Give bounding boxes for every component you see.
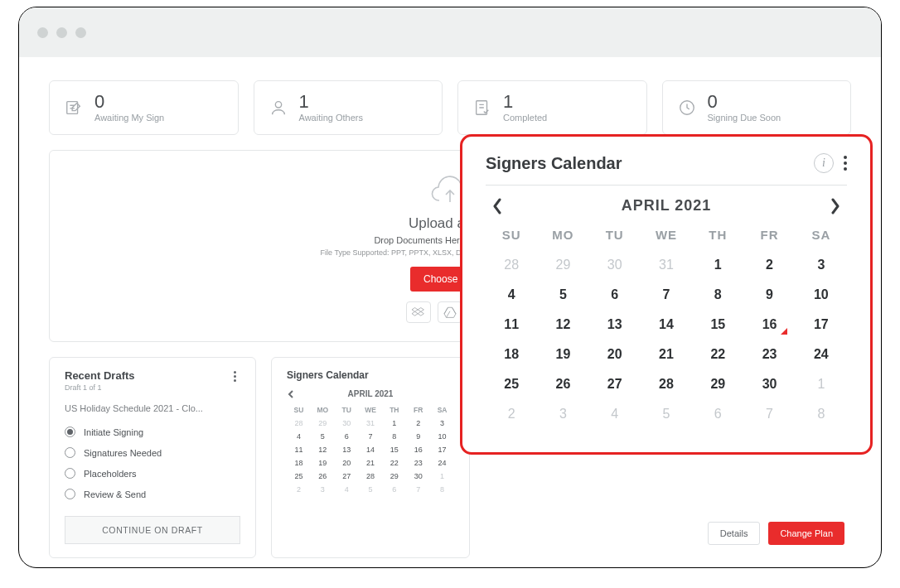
- draft-step[interactable]: Signatures Needed: [65, 442, 240, 463]
- dropbox-button[interactable]: [406, 301, 431, 323]
- calendar-day[interactable]: 7: [641, 280, 692, 310]
- calendar-day[interactable]: 6: [589, 280, 641, 310]
- calendar-day[interactable]: 13: [335, 443, 359, 456]
- calendar-day[interactable]: 29: [692, 369, 743, 399]
- calendar-day[interactable]: 30: [406, 470, 430, 483]
- stat-completed[interactable]: 1 Completed: [457, 80, 647, 135]
- calendar-day[interactable]: 20: [589, 340, 641, 369]
- calendar-day[interactable]: 10: [796, 280, 847, 310]
- calendar-day[interactable]: 28: [359, 470, 383, 483]
- calendar-day[interactable]: 1: [796, 369, 847, 399]
- calendar-day[interactable]: 28: [641, 369, 692, 399]
- calendar-day[interactable]: 14: [359, 443, 383, 456]
- calendar-prev-button[interactable]: [491, 198, 504, 214]
- calendar-day[interactable]: 5: [537, 280, 588, 310]
- calendar-day[interactable]: 28: [486, 250, 537, 280]
- calendar-day[interactable]: 22: [692, 340, 743, 369]
- draft-step[interactable]: Placeholders: [65, 463, 240, 484]
- calendar-day[interactable]: 4: [287, 430, 311, 443]
- calendar-day[interactable]: 20: [335, 456, 359, 470]
- calendar-day[interactable]: 1: [382, 417, 406, 430]
- calendar-day[interactable]: 29: [382, 470, 406, 483]
- calendar-day[interactable]: 9: [406, 430, 430, 443]
- calendar-day[interactable]: 23: [406, 456, 430, 470]
- calendar-day[interactable]: 26: [311, 470, 335, 483]
- calendar-day[interactable]: 1: [430, 470, 454, 483]
- calendar-day[interactable]: 21: [641, 340, 692, 369]
- calendar-menu-button[interactable]: [844, 156, 847, 171]
- calendar-day[interactable]: 6: [335, 430, 359, 443]
- calendar-day[interactable]: 11: [486, 310, 537, 340]
- calendar-day[interactable]: 15: [382, 443, 406, 456]
- calendar-day[interactable]: 13: [589, 310, 641, 340]
- calendar-day[interactable]: 5: [311, 430, 335, 443]
- calendar-day[interactable]: 24: [430, 456, 454, 470]
- calendar-day[interactable]: 4: [335, 483, 359, 496]
- calendar-day[interactable]: 2: [486, 399, 537, 429]
- calendar-day[interactable]: 27: [335, 470, 359, 483]
- calendar-day[interactable]: 17: [430, 443, 454, 456]
- change-plan-button[interactable]: Change Plan: [768, 522, 844, 545]
- calendar-day[interactable]: 27: [589, 369, 641, 399]
- calendar-day[interactable]: 4: [589, 399, 641, 429]
- calendar-day[interactable]: 14: [641, 310, 692, 340]
- small-cal-prev[interactable]: [287, 390, 295, 398]
- draft-step[interactable]: Review & Send: [65, 484, 240, 504]
- calendar-day[interactable]: 11: [287, 443, 311, 456]
- calendar-day[interactable]: 28: [287, 417, 311, 430]
- draft-step[interactable]: Initiate Signing: [65, 422, 240, 442]
- calendar-day[interactable]: 17: [796, 310, 847, 340]
- calendar-day[interactable]: 5: [641, 399, 692, 429]
- calendar-day[interactable]: 2: [743, 250, 795, 280]
- calendar-day[interactable]: 1: [692, 250, 743, 280]
- calendar-day[interactable]: 23: [743, 340, 795, 369]
- calendar-day[interactable]: 3: [430, 417, 454, 430]
- calendar-day[interactable]: 3: [311, 483, 335, 496]
- calendar-day[interactable]: 26: [537, 369, 588, 399]
- calendar-day[interactable]: 12: [311, 443, 335, 456]
- calendar-day[interactable]: 2: [287, 483, 311, 496]
- calendar-day[interactable]: 31: [359, 417, 383, 430]
- calendar-day[interactable]: 6: [382, 483, 406, 496]
- calendar-day[interactable]: 25: [486, 369, 537, 399]
- drafts-menu-button[interactable]: [229, 369, 240, 383]
- calendar-day[interactable]: 19: [537, 340, 588, 369]
- calendar-day[interactable]: 8: [382, 430, 406, 443]
- calendar-day[interactable]: 31: [641, 250, 692, 280]
- stat-signing-due[interactable]: 0 Signing Due Soon: [662, 80, 852, 135]
- calendar-day[interactable]: 30: [589, 250, 641, 280]
- calendar-day[interactable]: 7: [406, 483, 430, 496]
- calendar-next-button[interactable]: [829, 198, 842, 214]
- calendar-day[interactable]: 21: [359, 456, 383, 470]
- calendar-day[interactable]: 7: [743, 399, 795, 429]
- calendar-day[interactable]: 5: [359, 483, 383, 496]
- calendar-day[interactable]: 29: [311, 417, 335, 430]
- calendar-day[interactable]: 10: [430, 430, 454, 443]
- window-control-max[interactable]: [75, 27, 86, 38]
- details-button[interactable]: Details: [708, 522, 761, 545]
- calendar-day[interactable]: 4: [486, 280, 537, 310]
- calendar-day[interactable]: 7: [359, 430, 383, 443]
- info-icon[interactable]: i: [814, 153, 834, 173]
- calendar-day[interactable]: 29: [537, 250, 588, 280]
- calendar-day[interactable]: 19: [311, 456, 335, 470]
- calendar-day[interactable]: 3: [796, 250, 847, 280]
- calendar-day[interactable]: 16: [406, 443, 430, 456]
- calendar-day[interactable]: 9: [743, 280, 795, 310]
- calendar-day[interactable]: 18: [287, 456, 311, 470]
- stat-awaiting-others[interactable]: 1 Awaiting Others: [254, 80, 443, 135]
- calendar-day[interactable]: 30: [335, 417, 359, 430]
- stat-awaiting-my-sign[interactable]: 0 Awaiting My Sign: [49, 80, 239, 135]
- calendar-day[interactable]: 8: [430, 483, 454, 496]
- calendar-day[interactable]: 25: [287, 470, 311, 483]
- calendar-day[interactable]: 24: [796, 340, 847, 369]
- calendar-day[interactable]: 22: [382, 456, 406, 470]
- calendar-day[interactable]: 15: [692, 310, 743, 340]
- calendar-day[interactable]: 6: [692, 399, 743, 429]
- window-control-close[interactable]: [37, 27, 48, 38]
- continue-on-draft-button[interactable]: CONTINUE ON DRAFT: [65, 516, 240, 544]
- calendar-day[interactable]: 8: [692, 280, 743, 310]
- google-drive-button[interactable]: [438, 301, 462, 323]
- window-control-min[interactable]: [56, 27, 67, 38]
- calendar-day[interactable]: 16: [743, 310, 795, 340]
